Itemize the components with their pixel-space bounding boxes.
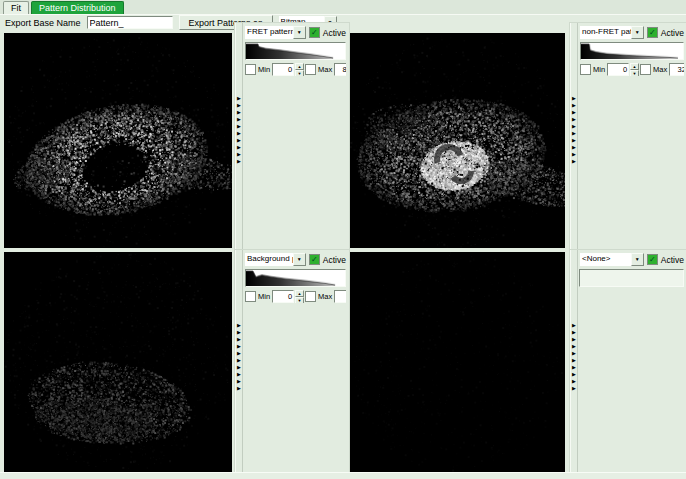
export-base-name-label: Export Base Name bbox=[5, 18, 81, 28]
min-spinner[interactable]: ▲▼ bbox=[630, 63, 639, 76]
background-pattern-image bbox=[4, 252, 232, 472]
active-checkbox[interactable]: ✓ bbox=[647, 254, 658, 265]
panel-splitter-arrows[interactable]: ▶▶▶▶▶▶▶▶▶▶ bbox=[570, 250, 578, 474]
panel-splitter-arrows[interactable]: ▶▶▶▶▶▶▶▶▶▶ bbox=[235, 23, 243, 250]
right-arrow-icon: ▶ bbox=[236, 158, 242, 165]
spin-down-icon: ▼ bbox=[630, 70, 639, 76]
right-arrow-icon: ▶ bbox=[236, 123, 242, 130]
chevron-down-icon[interactable]: ▼ bbox=[293, 253, 306, 266]
max-value-field[interactable]: 653 bbox=[334, 290, 346, 303]
active-checkbox[interactable]: ✓ bbox=[309, 27, 320, 38]
right-arrow-icon: ▶ bbox=[236, 116, 242, 123]
chevron-down-icon[interactable]: ▼ bbox=[631, 253, 644, 266]
min-checkbox[interactable] bbox=[580, 64, 591, 75]
right-arrow-icon: ▶ bbox=[236, 109, 242, 116]
min-checkbox[interactable] bbox=[245, 291, 256, 302]
fret-pattern-image bbox=[4, 33, 232, 248]
empty-pattern-image bbox=[349, 252, 565, 472]
right-arrow-icon: ▶ bbox=[571, 385, 577, 392]
right-arrow-icon: ▶ bbox=[236, 137, 242, 144]
fret-pattern-panel: ▶▶▶▶▶▶▶▶▶▶ FRET pattern [Cnts] ▼ ✓ Activ… bbox=[234, 22, 350, 251]
tab-bar: Fit Pattern Distribution bbox=[0, 0, 686, 15]
min-value-field[interactable]: 0 bbox=[272, 290, 294, 303]
fret-pattern-dropdown[interactable]: FRET pattern [Cnts] ▼ bbox=[245, 26, 306, 39]
right-arrow-icon: ▶ bbox=[236, 144, 242, 151]
active-checkbox[interactable]: ✓ bbox=[647, 27, 658, 38]
chevron-down-icon[interactable]: ▼ bbox=[631, 26, 644, 39]
active-label: Active bbox=[323, 255, 346, 265]
background-pattern-dropdown[interactable]: Background pattern [Cnts] ▼ bbox=[245, 253, 306, 266]
right-arrow-icon: ▶ bbox=[571, 357, 577, 364]
right-arrow-icon: ▶ bbox=[571, 336, 577, 343]
none-pattern-dropdown-value: <None> bbox=[580, 253, 631, 266]
chevron-down-icon[interactable]: ▼ bbox=[293, 26, 306, 39]
right-arrow-icon: ▶ bbox=[571, 95, 577, 102]
active-label: Active bbox=[323, 28, 346, 38]
active-label: Active bbox=[661, 28, 684, 38]
right-arrow-icon: ▶ bbox=[236, 151, 242, 158]
right-arrow-icon: ▶ bbox=[571, 329, 577, 336]
min-checkbox[interactable] bbox=[245, 64, 256, 75]
right-arrow-icon: ▶ bbox=[571, 102, 577, 109]
right-arrow-icon: ▶ bbox=[571, 109, 577, 116]
non-fret-pattern-dropdown[interactable]: non-FRET pattern [Cnts] ▼ bbox=[580, 26, 644, 39]
right-arrow-icon: ▶ bbox=[571, 158, 577, 165]
right-arrow-icon: ▶ bbox=[236, 336, 242, 343]
right-arrow-icon: ▶ bbox=[571, 130, 577, 137]
spin-up-icon: ▲ bbox=[295, 290, 304, 297]
spin-up-icon: ▲ bbox=[630, 63, 639, 70]
min-label: Min bbox=[592, 65, 606, 74]
panel-splitter-arrows[interactable]: ▶▶▶▶▶▶▶▶▶▶ bbox=[570, 23, 578, 250]
spin-down-icon: ▼ bbox=[295, 70, 304, 76]
right-arrow-icon: ▶ bbox=[236, 378, 242, 385]
min-spinner[interactable]: ▲▼ bbox=[295, 63, 304, 76]
right-arrow-icon: ▶ bbox=[571, 137, 577, 144]
right-arrow-icon: ▶ bbox=[571, 343, 577, 350]
right-arrow-icon: ▶ bbox=[236, 329, 242, 336]
right-arrow-icon: ▶ bbox=[236, 322, 242, 329]
max-label: Max bbox=[652, 65, 668, 74]
right-arrow-icon: ▶ bbox=[236, 364, 242, 371]
fret-histogram[interactable] bbox=[245, 42, 346, 60]
background-pattern-dropdown-value: Background pattern [Cnts] bbox=[245, 253, 293, 266]
right-arrow-icon: ▶ bbox=[571, 371, 577, 378]
right-arrow-icon: ▶ bbox=[571, 364, 577, 371]
max-checkbox[interactable] bbox=[305, 64, 316, 75]
none-pattern-dropdown[interactable]: <None> ▼ bbox=[580, 253, 644, 266]
tab-pattern-distribution[interactable]: Pattern Distribution bbox=[31, 1, 124, 14]
pattern-distribution-window: Fit Pattern Distribution Export Base Nam… bbox=[0, 0, 686, 479]
status-bar bbox=[0, 472, 686, 479]
tab-fit[interactable]: Fit bbox=[3, 1, 29, 14]
fret-pattern-dropdown-value: FRET pattern [Cnts] bbox=[245, 26, 293, 39]
min-value-field[interactable]: 0 bbox=[272, 63, 294, 76]
spin-up-icon: ▲ bbox=[295, 63, 304, 70]
min-label: Min bbox=[257, 65, 271, 74]
right-arrow-icon: ▶ bbox=[571, 322, 577, 329]
right-arrow-icon: ▶ bbox=[236, 95, 242, 102]
active-label: Active bbox=[661, 255, 684, 265]
right-arrow-icon: ▶ bbox=[236, 102, 242, 109]
max-value-field[interactable]: 8097 bbox=[334, 63, 346, 76]
right-arrow-icon: ▶ bbox=[571, 116, 577, 123]
min-value-field[interactable]: 0 bbox=[607, 63, 629, 76]
right-arrow-icon: ▶ bbox=[236, 371, 242, 378]
max-value-field[interactable]: 3200 bbox=[669, 63, 684, 76]
base-name-input[interactable] bbox=[87, 16, 173, 29]
right-arrow-icon: ▶ bbox=[571, 151, 577, 158]
background-histogram[interactable] bbox=[245, 269, 346, 287]
right-arrow-icon: ▶ bbox=[571, 123, 577, 130]
max-checkbox[interactable] bbox=[305, 291, 316, 302]
spin-down-icon: ▼ bbox=[295, 297, 304, 303]
panel-splitter-arrows[interactable]: ▶▶▶▶▶▶▶▶▶▶ bbox=[235, 250, 243, 474]
min-spinner[interactable]: ▲▼ bbox=[295, 290, 304, 303]
max-checkbox[interactable] bbox=[640, 64, 651, 75]
active-checkbox[interactable]: ✓ bbox=[309, 254, 320, 265]
background-pattern-panel: ▶▶▶▶▶▶▶▶▶▶ Background pattern [Cnts] ▼ ✓… bbox=[234, 249, 350, 475]
right-arrow-icon: ▶ bbox=[571, 350, 577, 357]
right-arrow-icon: ▶ bbox=[571, 378, 577, 385]
right-arrow-icon: ▶ bbox=[236, 385, 242, 392]
non-fret-histogram[interactable] bbox=[580, 42, 684, 60]
non-fret-pattern-image bbox=[349, 33, 565, 248]
right-arrow-icon: ▶ bbox=[236, 130, 242, 137]
none-pattern-panel: ▶▶▶▶▶▶▶▶▶▶ <None> ▼ ✓ Active bbox=[569, 249, 686, 475]
